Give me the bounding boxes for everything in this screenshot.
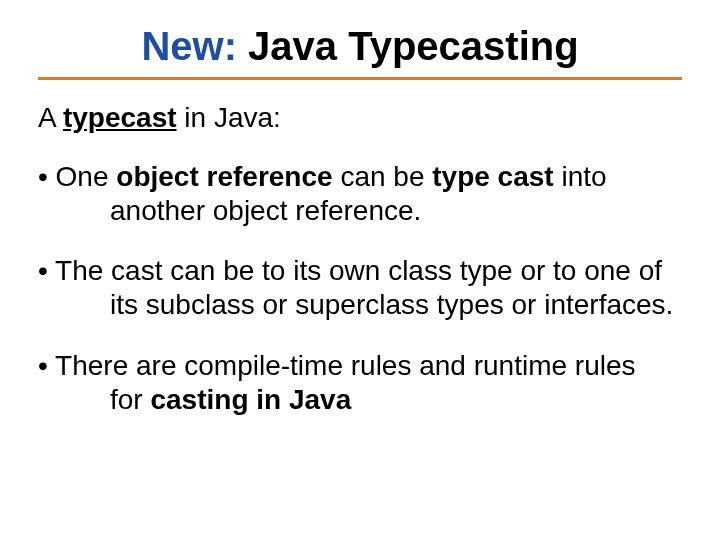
bullet-list: • One object reference can be type cast …: [38, 160, 682, 417]
bullet-3-cont: for casting in Java: [38, 383, 682, 417]
bullet-1-cont: another object reference.: [38, 194, 682, 228]
slide-title: New: Java Typecasting: [38, 24, 682, 69]
bullet-2: • The cast can be to its own class type …: [38, 254, 682, 322]
bullet-2-cont: its subclass or superclass types or inte…: [38, 288, 682, 322]
bullet-3: • There are compile-time rules and runti…: [38, 349, 682, 417]
title-underline: [38, 77, 682, 80]
slide: New: Java Typecasting A typecast in Java…: [0, 0, 720, 540]
intro-pre: A: [38, 102, 63, 133]
bullet-3-line1: • There are compile-time rules and runti…: [38, 349, 682, 383]
title-new-prefix: New:: [141, 24, 237, 68]
bullet-2-line1: • The cast can be to its own class type …: [38, 254, 682, 288]
bullet-1-line1: • One object reference can be type cast …: [38, 160, 682, 194]
intro-line: A typecast in Java:: [38, 102, 682, 134]
bullet-1: • One object reference can be type cast …: [38, 160, 682, 228]
intro-keyword: typecast: [63, 102, 177, 133]
intro-post: in Java:: [177, 102, 281, 133]
title-rest: Java Typecasting: [237, 24, 579, 68]
